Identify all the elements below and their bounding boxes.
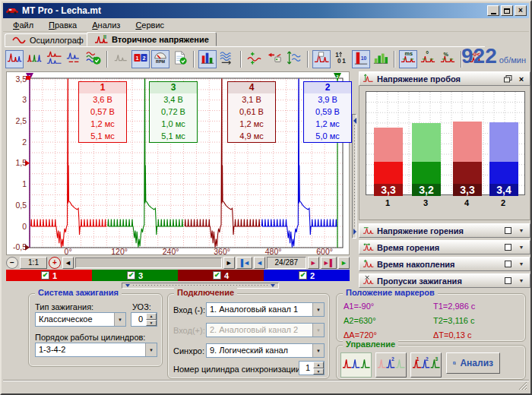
- maximize-button[interactable]: [501, 5, 513, 16]
- channel-toggle-4[interactable]: ✔4: [178, 270, 264, 281]
- close-panel-button[interactable]: ×: [516, 74, 527, 84]
- svg-text:2: 2: [143, 55, 146, 62]
- expand-panel-button[interactable]: ▼: [516, 242, 527, 253]
- restore-panel-button[interactable]: [502, 242, 513, 253]
- toolbar-bar-chart-view-button[interactable]: [198, 50, 217, 68]
- svg-text:3: 3: [22, 95, 27, 104]
- chevron-down-icon[interactable]: ▼: [114, 313, 125, 326]
- spin-up-icon[interactable]: ▲: [313, 362, 324, 368]
- minimize-button[interactable]: [487, 5, 499, 16]
- toolbar-logic-levels-button[interactable]: 101: [332, 50, 350, 68]
- float-panel-button[interactable]: [502, 74, 513, 84]
- panel-burn-time-header[interactable]: Время горения▼: [359, 240, 530, 254]
- toolbar-histogram-button[interactable]: [372, 50, 390, 68]
- restore-panel-button[interactable]: [502, 226, 513, 236]
- toolbar-multi-pulse-button[interactable]: [25, 50, 43, 68]
- toolbar-measure-deg-button[interactable]: °: [419, 50, 437, 68]
- toolbar-wave-add-button[interactable]: [245, 50, 264, 68]
- ignition-type-select[interactable]: Классическое ▼: [35, 312, 126, 327]
- collapse-right-icon: [353, 229, 356, 235]
- last-frame-button[interactable]: ►▌: [321, 257, 337, 269]
- titlebar[interactable]: MT Pro - Lecha.mt ×: [3, 3, 529, 18]
- close-button[interactable]: ×: [515, 5, 527, 16]
- toolbar-report-button[interactable]: [171, 50, 189, 68]
- analyze-button[interactable]: Анализ: [446, 352, 500, 374]
- chevron-down-icon: ▼: [519, 261, 524, 267]
- tab-secondary-voltage[interactable]: IIВторичное напряжение: [87, 32, 217, 46]
- scroll-left-button[interactable]: ◄: [62, 257, 74, 269]
- numbered-channels-button[interactable]: 123: [410, 352, 442, 378]
- zoom-out-button[interactable]: −: [6, 257, 18, 269]
- checkbox-icon[interactable]: ✔: [41, 271, 49, 280]
- checkbox-icon[interactable]: ✔: [127, 271, 135, 280]
- toolbar-waves-overlay-button[interactable]: [218, 50, 236, 68]
- menu-analysis[interactable]: Анализ: [85, 19, 127, 31]
- spin-down-icon[interactable]: ▼: [313, 368, 324, 375]
- bar-mid-segment: [374, 162, 403, 184]
- firing-order-select[interactable]: 1-3-4-2 ▼: [35, 343, 157, 357]
- input-minus-select[interactable]: 1. Аналоговый канал 1▼: [206, 302, 325, 317]
- panel-dwell-time-header[interactable]: Время накопления▼: [359, 257, 530, 271]
- checkbox-icon[interactable]: ✔: [299, 271, 307, 280]
- menu-edit[interactable]: Правка: [42, 19, 84, 31]
- toolbar-pulse-marker-button[interactable]: [312, 50, 331, 68]
- channel-toggle-1[interactable]: ✔1: [6, 270, 92, 281]
- sync-cylinder-label: Номер цилиндра синхронизации:: [173, 365, 302, 374]
- prev-frame-button[interactable]: ◄: [254, 257, 265, 269]
- vertical-splitter[interactable]: [350, 71, 358, 287]
- histogram-icon: [373, 50, 388, 68]
- toolbar-pulse-compare-button[interactable]: [65, 50, 83, 68]
- zoom-reset-button[interactable]: 1:1: [20, 257, 47, 269]
- chevron-down-icon[interactable]: ▼: [312, 344, 324, 357]
- tab-oscilloscope[interactable]: Осциллограф: [5, 33, 91, 46]
- expand-panel-button[interactable]: ▼: [516, 259, 527, 270]
- scope-scrollbar[interactable]: [75, 258, 222, 268]
- svg-text:0: 0: [337, 58, 341, 65]
- panel-breakdown-voltage-header[interactable]: Напряжение пробоя ×: [359, 71, 530, 86]
- svg-text:1: 1: [22, 179, 27, 188]
- show-all-channels-button[interactable]: [340, 352, 372, 378]
- toolbar-single-pulse-button[interactable]: [5, 50, 24, 68]
- menu-service[interactable]: Сервис: [128, 19, 171, 31]
- group-control: Управление 2123 Анализ: [336, 345, 526, 380]
- vertical-splitter-track[interactable]: [352, 114, 356, 239]
- play-button[interactable]: ►: [338, 257, 350, 269]
- checkbox-icon[interactable]: ✔: [213, 271, 221, 280]
- zoom-in-button[interactable]: +: [49, 257, 61, 269]
- toolbar-rpm-gauge-button[interactable]: RPM: [151, 50, 169, 68]
- channel-toggle-3[interactable]: ✔3: [92, 270, 178, 281]
- toolbar-measure-pct-button[interactable]: %: [439, 50, 457, 68]
- restore-panel-button[interactable]: [502, 276, 513, 286]
- toolbar-cylinders-select-button[interactable]: 12: [131, 50, 150, 68]
- group-ignition-system: Система зажигания Тип зажигания: УОЗ: Кл…: [28, 293, 163, 367]
- panel-burn-voltage-header[interactable]: Напряжение горения▼: [359, 223, 530, 238]
- spin-up-icon[interactable]: ▲: [146, 313, 157, 320]
- chevron-down-icon[interactable]: ▼: [145, 343, 157, 356]
- toolbar-wave-capture-button[interactable]: [265, 50, 283, 68]
- sync-input-select[interactable]: 9. Логический канал▼: [206, 343, 325, 358]
- panel-misfires-header[interactable]: Пропуски зажигания▼: [359, 273, 530, 288]
- channel-toggle-2[interactable]: ✔2: [264, 270, 350, 281]
- next-frame-button[interactable]: ►: [308, 257, 319, 269]
- first-frame-button[interactable]: ▐◄: [236, 257, 252, 269]
- channel-number: 4: [224, 271, 229, 280]
- sync-cylinder-stepper[interactable]: 1 ▲▼: [299, 361, 325, 375]
- expand-panel-button[interactable]: ▼: [516, 226, 527, 236]
- toolbar-waves-check-button[interactable]: [84, 50, 103, 68]
- resize-grip[interactable]: [518, 381, 527, 390]
- toolbar-dual-trace-button[interactable]: [45, 50, 63, 68]
- toolbar-separator: [240, 51, 242, 68]
- scroll-right-button[interactable]: ►: [223, 257, 235, 269]
- cylinder-4-infobox: 43,1 В0,61 В1,2 мс4,9 мс: [227, 81, 276, 143]
- restore-panel-button[interactable]: [502, 259, 513, 270]
- channel-number: 3: [138, 271, 143, 280]
- uoz-stepper[interactable]: 0 ▲▼: [131, 312, 157, 327]
- toolbar-bar-values-button[interactable]: 10: [352, 50, 370, 68]
- spin-down-icon[interactable]: ▼: [146, 320, 157, 327]
- expand-panel-button[interactable]: ▼: [516, 276, 527, 286]
- menu-file[interactable]: Файл: [6, 19, 40, 31]
- toolbar-wave-scale-button[interactable]: [285, 50, 303, 68]
- chevron-down-icon[interactable]: ▼: [312, 303, 324, 316]
- toolbar-measure-ms-button[interactable]: ms: [399, 50, 417, 68]
- highlight-channel-button[interactable]: 2: [375, 352, 407, 378]
